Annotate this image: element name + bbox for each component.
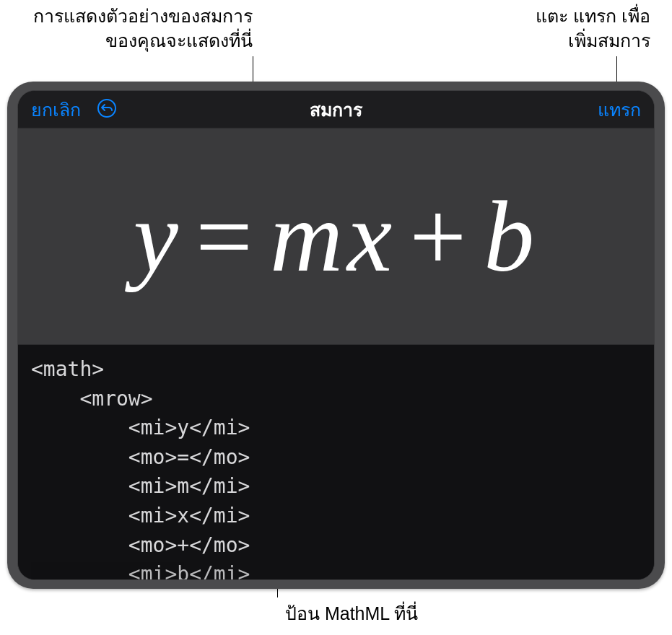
code-line: <mi>b</mi> xyxy=(31,560,641,579)
code-line: <mi>y</mi> xyxy=(31,413,641,443)
code-line: <mo>=</mo> xyxy=(31,443,641,473)
callout-preview-label: การแสดงตัวอย่างของสมการ ของคุณจะแสดงที่น… xyxy=(14,4,253,53)
callout-insert-label: แตะ แทรก เพื่อ เพิ่มสมการ xyxy=(448,4,650,53)
equation-preview: y=mx+b xyxy=(134,186,538,287)
code-line: <mi>x</mi> xyxy=(31,502,641,531)
equation-preview-area: y=mx+b xyxy=(18,128,654,345)
code-line: <mo>+</mo> xyxy=(31,531,641,561)
code-line: <mrow> xyxy=(31,385,641,414)
header-left-group: ยกเลิก xyxy=(31,95,117,124)
device-frame: ยกเลิก สมการ แทรก y=mx+b <math> <mrow> <… xyxy=(7,82,665,589)
insert-button[interactable]: แทรก xyxy=(598,100,641,120)
mathml-input[interactable]: <math> <mrow> <mi>y</mi> <mo>=</mo> <mi>… xyxy=(18,345,654,579)
code-line: <mi>m</mi> xyxy=(31,472,641,502)
undo-button[interactable] xyxy=(97,98,117,121)
callout-input-label: ป้อน MathML ที่นี่ xyxy=(285,602,473,626)
code-line: <math> xyxy=(31,355,641,385)
dialog-header: ยกเลิก สมการ แทรก xyxy=(18,91,654,128)
equation-dialog: ยกเลิก สมการ แทรก y=mx+b <math> <mrow> <… xyxy=(17,90,655,580)
cancel-button[interactable]: ยกเลิก xyxy=(31,95,81,124)
undo-icon xyxy=(97,98,117,118)
